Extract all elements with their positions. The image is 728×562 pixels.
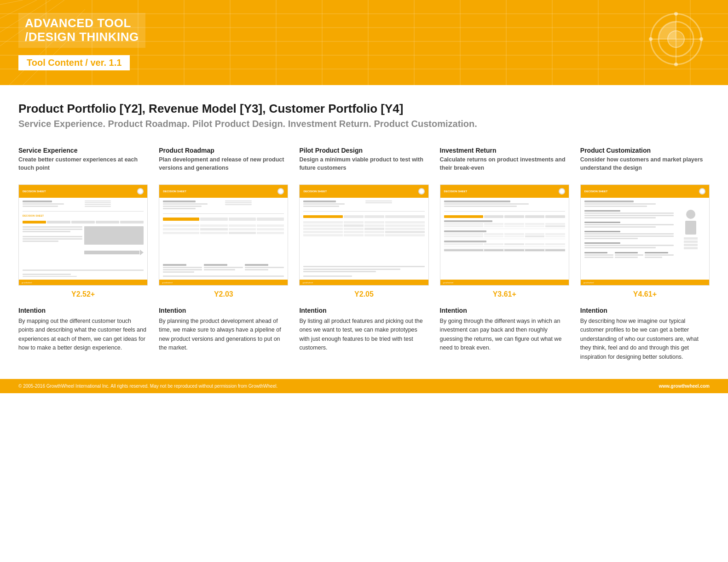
tool-desc-1: Plan development and release of new prod… <box>159 156 288 178</box>
tool-desc-2: Design a minimum viable product to test … <box>299 156 428 178</box>
tool-title-2: Pilot Product Design <box>299 147 428 154</box>
card-footer-1: growthwheel <box>162 281 172 284</box>
tools-grid: Service Experience Create better custome… <box>18 147 710 361</box>
tool-title-0: Service Experience <box>18 147 148 154</box>
intention-title-3: Intention <box>440 307 569 314</box>
card-btn-1[interactable] <box>277 188 284 195</box>
intention-text-3: By going through the different ways in w… <box>440 317 569 353</box>
card-btn-2[interactable] <box>418 188 425 195</box>
intention-title-1: Intention <box>159 307 288 314</box>
tool-title-4: Product Customization <box>580 147 710 154</box>
tool-title-1: Product Roadmap <box>159 147 288 154</box>
tool-title-3: Investment Return <box>440 147 569 154</box>
main-content: Product Portfolio [Y2], Revenue Model [Y… <box>0 85 728 361</box>
card-footer-0: growthwheel <box>22 281 32 284</box>
tool-col-pilot-product-design: Pilot Product Design Design a minimum vi… <box>299 147 428 361</box>
intention-text-2: By listing all product features and pick… <box>299 317 428 353</box>
tool-col-service-experience: Service Experience Create better custome… <box>18 147 148 361</box>
card-label-3: DECISION SHEET <box>444 190 468 193</box>
tool-col-investment-return: Investment Return Calculate returns on p… <box>440 147 569 361</box>
header-title-box: ADVANCED TOOL /DESIGN THINKING <box>18 13 145 48</box>
card-label-0: DECISION SHEET <box>23 190 46 193</box>
version-3: Y3.61+ <box>440 290 569 298</box>
page-footer: © 2005-2016 GrowthWheel International In… <box>0 379 728 393</box>
page-heading: Product Portfolio [Y2], Revenue Model [Y… <box>18 102 710 116</box>
intention-text-0: By mapping out the different customer to… <box>18 317 148 353</box>
intention-text-4: By describing how we imagine our typical… <box>580 317 710 361</box>
tool-card-4: DECISION SHEET <box>580 184 710 286</box>
header-title: ADVANCED TOOL /DESIGN THINKING <box>25 17 139 44</box>
header-subtitle: Tool Content / ver. 1.1 <box>27 57 121 68</box>
card-btn-3[interactable] <box>559 188 565 195</box>
tool-desc-4: Consider how customers and market player… <box>580 156 710 178</box>
tool-col-product-roadmap: Product Roadmap Plan development and rel… <box>159 147 288 361</box>
version-4: Y4.61+ <box>580 290 710 298</box>
intention-title-2: Intention <box>299 307 428 314</box>
intention-title-4: Intention <box>580 307 710 314</box>
footer-copyright: © 2005-2016 GrowthWheel International In… <box>18 384 277 389</box>
card-footer-2: growthwheel <box>302 281 312 284</box>
card-btn-4[interactable] <box>699 188 705 195</box>
footer-url: www.growthwheel.com <box>659 384 710 389</box>
card-label-1: DECISION SHEET <box>163 190 186 193</box>
card-footer-4: growthwheel <box>584 281 594 284</box>
tool-desc-3: Calculate returns on product investments… <box>440 156 569 178</box>
tool-card-1: DECISION SHEET <box>159 184 288 286</box>
tool-card-0: DECISION SHEET <box>18 184 148 286</box>
tool-card-2: DECISION SHEET <box>299 184 428 286</box>
page-header: ADVANCED TOOL /DESIGN THINKING Tool Cont… <box>0 0 728 85</box>
version-1: Y2.03 <box>159 290 288 298</box>
intention-text-1: By planning the product development ahea… <box>159 317 288 353</box>
version-2: Y2.05 <box>299 290 428 298</box>
tool-desc-0: Create better customer experiences at ea… <box>18 156 148 178</box>
card-label-4: DECISION SHEET <box>584 190 608 193</box>
tool-card-3: DECISION SHEET <box>440 184 569 286</box>
page-subheading: Service Experience. Product Roadmap. Pil… <box>18 119 710 129</box>
card-btn-0[interactable] <box>137 188 144 195</box>
card-footer-3: growthwheel <box>443 281 453 284</box>
card-label-2: DECISION SHEET <box>303 190 327 193</box>
header-subtitle-box: Tool Content / ver. 1.1 <box>18 55 130 70</box>
version-0: Y2.52+ <box>18 290 148 298</box>
intention-title-0: Intention <box>18 307 148 314</box>
tool-col-product-customization: Product Customization Consider how custo… <box>580 147 710 361</box>
